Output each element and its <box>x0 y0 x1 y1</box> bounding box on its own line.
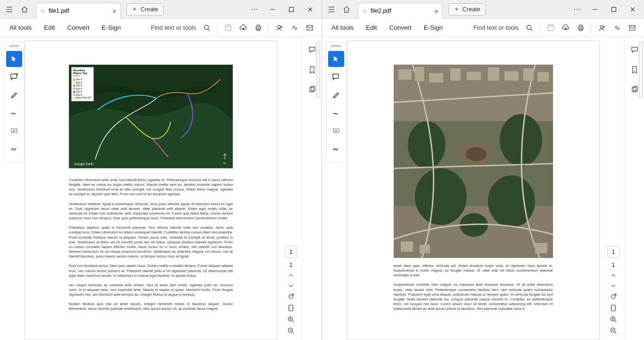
zoom-in-icon[interactable] <box>610 315 617 323</box>
scrollbar[interactable] <box>316 41 320 98</box>
tab-title: file1.pdf <box>49 8 69 14</box>
star-icon[interactable]: ☆ <box>40 8 46 15</box>
mail-icon[interactable] <box>303 21 317 35</box>
tab-file[interactable]: ☆ file1.pdf × <box>36 3 121 19</box>
body-text: Curabitur bibendum ante urna, sed blandi… <box>69 178 233 316</box>
svg-rect-49 <box>537 72 549 82</box>
page-down-icon[interactable] <box>610 282 617 289</box>
search-icon[interactable] <box>200 21 214 35</box>
create-button[interactable]: ＋ Create <box>448 3 486 16</box>
page-up-icon[interactable] <box>610 272 617 279</box>
find-label[interactable]: Find text or tools <box>473 24 519 31</box>
zoom-out-icon[interactable] <box>610 327 617 334</box>
svg-point-38 <box>415 168 467 225</box>
menu-all-tools[interactable]: All tools <box>327 22 358 33</box>
toolbar: All tools Edit Convert E-Sign Find text … <box>322 19 644 37</box>
left-tool-rail: A <box>4 41 25 163</box>
close-button[interactable] <box>623 2 642 17</box>
rotate-icon[interactable] <box>287 293 295 300</box>
svg-rect-48 <box>523 68 534 81</box>
more-icon[interactable]: ⋯ <box>248 3 261 16</box>
print-icon[interactable] <box>574 21 588 35</box>
content-area: A <box>322 37 644 340</box>
page-current-input[interactable]: 1 <box>285 246 297 258</box>
map-legend: Boundary Waters Trip Legend Day 1 Day 2 … <box>71 67 94 101</box>
svg-text:N: N <box>223 162 225 165</box>
tab-file[interactable]: ☆ file2.pdf × <box>358 3 443 19</box>
drag-handle-icon[interactable] <box>9 45 19 47</box>
comment-tool[interactable] <box>6 69 22 85</box>
menu-esign[interactable]: E-Sign <box>97 22 126 33</box>
select-tool[interactable] <box>6 51 22 67</box>
svg-rect-44 <box>450 68 461 81</box>
menu-convert[interactable]: Convert <box>63 22 94 33</box>
page-up-icon[interactable] <box>288 272 294 279</box>
cloud-icon[interactable] <box>559 21 573 35</box>
maximize-button[interactable] <box>604 2 623 17</box>
home-icon[interactable] <box>340 3 353 16</box>
menu-all-tools[interactable]: All tools <box>5 22 36 33</box>
comment-tool[interactable] <box>328 69 344 85</box>
page-current-input[interactable]: 1 <box>607 246 619 258</box>
svg-rect-50 <box>401 241 413 252</box>
draw-tool[interactable] <box>6 105 22 121</box>
home-icon[interactable] <box>18 3 31 16</box>
drag-handle-icon[interactable] <box>331 45 341 47</box>
close-button[interactable] <box>301 2 320 17</box>
text-box-tool[interactable]: A <box>6 123 22 139</box>
print-icon[interactable] <box>251 21 265 35</box>
select-tool[interactable] <box>328 51 344 67</box>
scrollbar[interactable] <box>639 41 643 98</box>
page-viewport[interactable]: Google Earth N Boundary Waters Trip Lege… <box>0 37 302 340</box>
svg-rect-5 <box>257 25 260 27</box>
page-viewport[interactable]: amet diam quis, efficitur vehicula est. … <box>322 37 624 340</box>
menu-icon[interactable] <box>3 3 16 16</box>
svg-rect-9 <box>11 74 17 78</box>
link-icon[interactable] <box>610 21 624 35</box>
svg-point-26 <box>600 25 603 28</box>
menu-convert[interactable]: Convert <box>385 22 416 33</box>
sign-tool[interactable] <box>6 141 22 157</box>
link-icon[interactable] <box>288 21 302 35</box>
save-icon[interactable] <box>221 21 235 35</box>
star-icon[interactable]: ☆ <box>362 8 368 15</box>
close-icon[interactable]: × <box>434 7 438 15</box>
page-down-icon[interactable] <box>288 282 294 289</box>
svg-rect-21 <box>548 25 553 31</box>
page-fit-icon[interactable] <box>610 304 617 312</box>
minimize-button[interactable] <box>586 2 604 17</box>
find-label[interactable]: Find text or tools <box>151 24 196 31</box>
save-icon[interactable] <box>544 21 558 35</box>
zoom-in-icon[interactable] <box>287 315 295 323</box>
menu-icon[interactable] <box>325 3 338 16</box>
svg-point-20 <box>527 25 531 29</box>
close-icon[interactable]: × <box>112 7 116 15</box>
create-button[interactable]: ＋ Create <box>126 3 164 16</box>
more-icon[interactable]: ⋯ <box>570 3 584 16</box>
search-icon[interactable] <box>522 21 537 35</box>
maximize-button[interactable] <box>282 2 301 17</box>
minimize-button[interactable] <box>263 2 282 17</box>
left-tool-rail: A <box>326 41 347 163</box>
svg-rect-16 <box>289 305 293 311</box>
create-label: Create <box>140 6 158 13</box>
rotate-icon[interactable] <box>610 293 617 300</box>
zoom-out-icon[interactable] <box>287 327 295 334</box>
menu-esign[interactable]: E-Sign <box>419 22 448 33</box>
page-fit-icon[interactable] <box>287 304 295 312</box>
map-title: Boundary Waters Trip <box>73 69 92 75</box>
draw-tool[interactable] <box>328 105 344 121</box>
menu-edit[interactable]: Edit <box>39 22 59 33</box>
add-user-icon[interactable] <box>595 21 609 35</box>
text-box-tool[interactable]: A <box>328 123 344 139</box>
svg-rect-3 <box>227 25 230 27</box>
menu-edit[interactable]: Edit <box>361 22 381 33</box>
mail-icon[interactable] <box>625 21 639 35</box>
add-user-icon[interactable] <box>272 21 287 35</box>
highlight-tool[interactable] <box>328 87 344 103</box>
svg-rect-24 <box>579 25 582 27</box>
highlight-tool[interactable] <box>6 87 22 103</box>
page-nav: 1 1 <box>605 246 621 334</box>
sign-tool[interactable] <box>328 141 344 157</box>
cloud-icon[interactable] <box>236 21 250 35</box>
